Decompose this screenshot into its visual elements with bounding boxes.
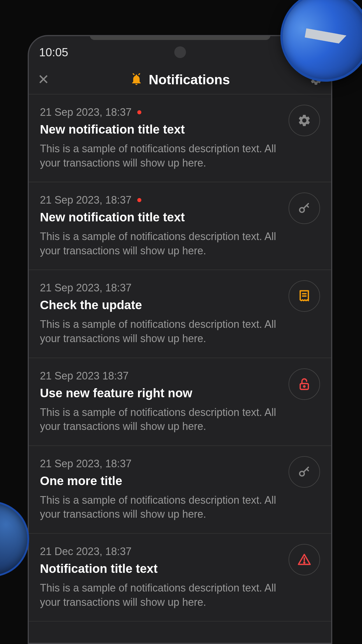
notification-meta: 21 Sep 2023 18:37 — [40, 370, 320, 382]
key-icon — [297, 465, 311, 479]
notification-title: Check the update — [40, 298, 320, 312]
notification-description: This is a sample of notifications descri… — [40, 230, 294, 258]
notification-description: This is a sample of notifications descri… — [40, 142, 294, 170]
svg-point-11 — [304, 562, 305, 563]
decorative-coin-bottom — [0, 501, 29, 577]
notification-meta: 21 Sep 2023, 18:37 — [40, 106, 320, 118]
notification-title: Use new feature right now — [40, 386, 320, 400]
notification-title: New notification title text — [40, 210, 320, 224]
notification-category-button[interactable] — [289, 280, 320, 312]
notification-description: This is a sample of notifications descri… — [40, 581, 294, 609]
notification-item[interactable]: 21 Dec 2023, 18:37 Notification title te… — [29, 534, 331, 622]
notification-title: New notification title text — [40, 123, 320, 136]
notification-description: This is a sample of notifications descri… — [40, 405, 294, 434]
close-button[interactable]: ✕ — [38, 73, 55, 87]
notification-item[interactable]: 21 Sep 2023, 18:37 One more title This i… — [29, 446, 331, 534]
unread-indicator — [137, 110, 141, 114]
notification-meta: 21 Dec 2023, 18:37 — [40, 545, 320, 558]
unread-indicator — [137, 198, 141, 202]
gear-icon — [297, 113, 311, 127]
notification-meta: 21 Sep 2023, 18:37 — [40, 458, 320, 470]
notification-category-button[interactable] — [289, 456, 320, 488]
app-header: ✕ Notifications — [29, 65, 331, 94]
status-time: 10:05 — [39, 46, 68, 59]
notification-category-button[interactable] — [289, 368, 320, 400]
page-title: Notifications — [149, 72, 230, 88]
warning-icon — [297, 553, 311, 567]
notification-category-button[interactable] — [289, 192, 320, 224]
notification-meta: 21 Sep 2023, 18:37 — [40, 282, 320, 294]
notification-date: 21 Sep 2023, 18:37 — [40, 282, 131, 294]
notification-title: One more title — [40, 474, 320, 488]
notification-item[interactable]: 21 Sep 2023, 18:37 New notification titl… — [29, 94, 331, 182]
notification-date: 21 Sep 2023, 18:37 — [40, 458, 131, 470]
notification-item[interactable]: 21 Sep 2023, 18:37 New notification titl… — [29, 182, 331, 270]
notification-item[interactable]: 21 Sep 2023 18:37 Use new feature right … — [29, 358, 331, 446]
svg-line-9 — [307, 469, 308, 471]
notification-title: Notification title text — [40, 562, 320, 576]
notifications-list[interactable]: 21 Sep 2023, 18:37 New notification titl… — [29, 94, 331, 622]
notification-date: 21 Sep 2023, 18:37 — [40, 106, 131, 118]
notification-category-button[interactable] — [289, 105, 320, 136]
svg-line-2 — [307, 205, 308, 207]
lock-icon — [297, 377, 311, 391]
receipt-icon — [297, 289, 311, 303]
notification-item[interactable]: 21 Sep 2023, 18:37 Check the update This… — [29, 270, 331, 358]
notification-description: This is a sample of notifications descri… — [40, 493, 294, 522]
phone-notch — [90, 35, 270, 40]
notification-description: This is a sample of notifications descri… — [40, 317, 294, 346]
phone-frame: 10:05 ✕ Notifications — [28, 35, 332, 644]
notification-date: 21 Dec 2023, 18:37 — [40, 545, 131, 558]
notification-category-button[interactable] — [289, 544, 320, 575]
key-icon — [297, 201, 311, 215]
svg-point-6 — [304, 386, 305, 387]
notification-meta: 21 Sep 2023, 18:37 — [40, 194, 320, 206]
notification-date: 21 Sep 2023, 18:37 — [40, 194, 131, 206]
camera-dot — [174, 46, 186, 58]
bell-icon — [130, 73, 143, 86]
notification-date: 21 Sep 2023 18:37 — [40, 370, 129, 382]
